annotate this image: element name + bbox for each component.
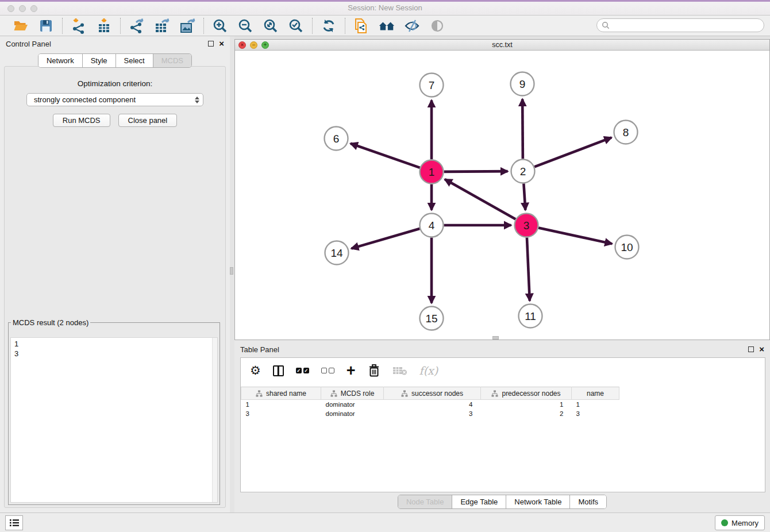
network-window-titlebar[interactable]: × − + scc.txt xyxy=(235,40,769,51)
vertical-splitter[interactable] xyxy=(230,36,234,512)
table-row[interactable]: 1dominator411 xyxy=(241,400,619,409)
table-cell-name[interactable]: 1 xyxy=(572,400,619,409)
zoom-out-button[interactable] xyxy=(237,17,254,34)
graph-node-1[interactable]: 1 xyxy=(420,160,444,184)
float-panel-icon[interactable] xyxy=(748,346,754,352)
table-panel-header: Table Panel × xyxy=(234,340,770,355)
graph-node-7[interactable]: 7 xyxy=(420,74,444,97)
gear-icon: ⚙ xyxy=(250,364,261,377)
graph-node-15[interactable]: 15 xyxy=(420,307,444,330)
graph-node-2[interactable]: 2 xyxy=(511,160,535,183)
splitter-handle[interactable] xyxy=(492,336,499,340)
graph-node-4[interactable]: 4 xyxy=(420,214,444,237)
deselect-all-icon xyxy=(321,368,334,373)
tab-style[interactable]: Style xyxy=(83,54,116,67)
table-cell-shared-name[interactable]: 3 xyxy=(241,409,321,418)
table-tab-network-table[interactable]: Network Table xyxy=(506,495,570,508)
show-all-button[interactable] xyxy=(429,17,446,34)
table-tab-node-table[interactable]: Node Table xyxy=(398,495,453,508)
zoom-out-icon xyxy=(238,18,253,33)
graph-edge-4-14[interactable] xyxy=(351,229,419,249)
table-cell-predecessor-nodes[interactable]: 1 xyxy=(481,400,572,409)
table-cell-mcds-role[interactable]: dominator xyxy=(321,409,384,418)
export-network-button[interactable] xyxy=(128,17,145,34)
graph-edge-3-1[interactable] xyxy=(445,179,515,219)
run-mcds-button[interactable]: Run MCDS xyxy=(53,114,110,127)
column-header-mcds-role[interactable]: MCDS role xyxy=(321,387,384,400)
window-title: Session: New Session xyxy=(0,3,770,12)
delete-column-button[interactable] xyxy=(368,363,380,378)
graph-edge-1-6[interactable] xyxy=(351,144,420,168)
export-image-button[interactable] xyxy=(179,17,196,34)
show-column-panel-button[interactable] xyxy=(273,363,284,378)
svg-text:4: 4 xyxy=(429,219,435,232)
optimization-criterion-value: strongly connected component xyxy=(34,95,195,104)
tab-network[interactable]: Network xyxy=(38,54,83,67)
memory-button[interactable]: Memory xyxy=(715,515,765,530)
optimization-criterion-select[interactable]: strongly connected component xyxy=(26,93,203,106)
select-all-button[interactable]: ✓✓ xyxy=(296,363,309,378)
column-header-successor-nodes[interactable]: successor nodes xyxy=(384,387,481,400)
network-graph-canvas[interactable]: 7968124314101511 xyxy=(235,51,769,340)
hide-selected-button[interactable] xyxy=(403,17,421,34)
tab-mcds[interactable]: MCDS xyxy=(153,54,191,67)
table-tab-edge-table[interactable]: Edge Table xyxy=(452,495,506,508)
result-scrollbar[interactable] xyxy=(212,338,217,502)
table-cell-successor-nodes[interactable]: 4 xyxy=(384,400,481,409)
open-session-button[interactable] xyxy=(12,17,29,34)
import-table-button[interactable] xyxy=(95,17,113,34)
table-settings-button[interactable]: ⚙ xyxy=(250,363,261,378)
graph-node-6[interactable]: 6 xyxy=(325,127,348,151)
table-row[interactable]: 3dominator323 xyxy=(241,409,619,418)
zoom-selected-button[interactable] xyxy=(287,17,305,34)
zoom-fit-button[interactable] xyxy=(262,17,279,34)
table-tab-motifs[interactable]: Motifs xyxy=(570,495,606,508)
column-label: name xyxy=(587,390,604,398)
graph-node-3[interactable]: 3 xyxy=(515,214,538,237)
refresh-icon xyxy=(321,18,336,33)
table-cell-predecessor-nodes[interactable]: 2 xyxy=(481,409,572,418)
tab-select[interactable]: Select xyxy=(116,54,153,67)
mcds-panel-body: Optimization criterion: strongly connect… xyxy=(4,66,226,508)
add-column-button[interactable]: + xyxy=(346,363,356,378)
graph-node-8[interactable]: 8 xyxy=(614,121,638,144)
graph-node-10[interactable]: 10 xyxy=(615,236,639,259)
graph-node-11[interactable]: 11 xyxy=(519,304,542,328)
table-cell-mcds-role[interactable]: dominator xyxy=(321,400,384,409)
node-table-card: ⚙ ✓✓ + xyxy=(240,357,765,492)
home-button[interactable] xyxy=(378,17,395,34)
export-table-button[interactable] xyxy=(153,17,171,34)
select-stepper-icon xyxy=(195,97,199,103)
memory-label: Memory xyxy=(732,519,759,527)
column-header-shared-name[interactable]: shared name xyxy=(241,387,321,400)
splitter-handle[interactable] xyxy=(230,267,233,275)
graph-edge-3-11[interactable] xyxy=(527,237,530,300)
search-input[interactable] xyxy=(610,21,764,29)
graph-edge-3-10[interactable] xyxy=(538,228,612,244)
graph-node-14[interactable]: 14 xyxy=(325,241,349,265)
graph-edge-2-8[interactable] xyxy=(534,137,611,167)
close-panel-button[interactable]: Close panel xyxy=(118,114,178,127)
table-cell-successor-nodes[interactable]: 3 xyxy=(384,409,481,418)
save-session-button[interactable] xyxy=(37,17,55,34)
zoom-in-button[interactable] xyxy=(211,17,229,34)
graph-edge-2-3[interactable] xyxy=(523,183,525,210)
graph-node-9[interactable]: 9 xyxy=(511,72,534,96)
table-cell-shared-name[interactable]: 1 xyxy=(241,400,321,409)
close-panel-icon[interactable]: × xyxy=(759,346,764,352)
import-network-button[interactable] xyxy=(70,17,87,34)
refresh-layout-button[interactable] xyxy=(320,17,337,34)
graph-edge-1-2[interactable] xyxy=(444,171,507,172)
task-history-button[interactable] xyxy=(5,515,23,530)
mcds-result-area[interactable]: 1 3 xyxy=(10,337,218,503)
close-panel-icon[interactable]: × xyxy=(219,41,224,47)
deselect-all-button[interactable] xyxy=(321,363,334,378)
graph-edge-2-9[interactable] xyxy=(522,99,523,159)
column-header-predecessor-nodes[interactable]: predecessor nodes xyxy=(481,387,572,400)
column-header-name[interactable]: name xyxy=(572,387,619,400)
svg-text:6: 6 xyxy=(333,133,340,145)
attribute-tree-icon xyxy=(401,390,408,397)
table-cell-name[interactable]: 3 xyxy=(572,409,619,418)
float-panel-icon[interactable] xyxy=(208,41,214,47)
clone-network-button[interactable] xyxy=(353,17,370,34)
